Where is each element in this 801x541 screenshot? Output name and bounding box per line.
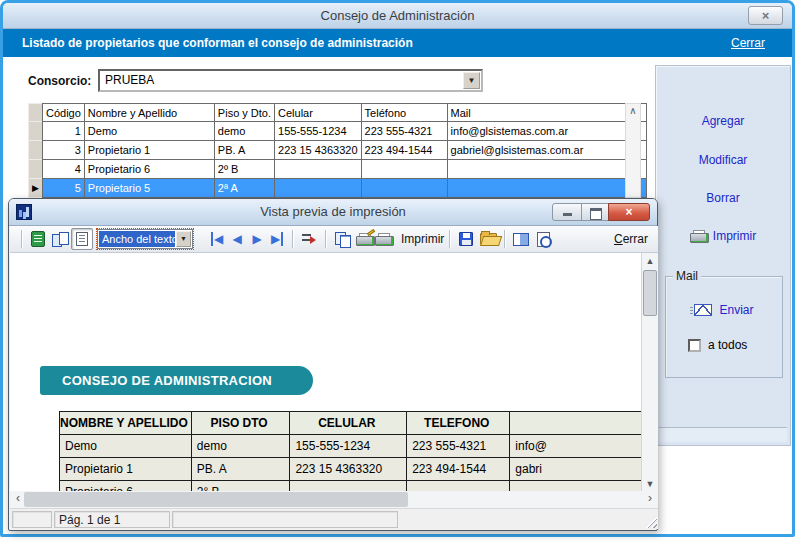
printer-icon (375, 233, 392, 246)
modificar-button[interactable]: Modificar (656, 153, 790, 167)
consorcio-dropdown-button[interactable]: ▼ (463, 72, 480, 89)
borrar-button[interactable]: Borrar (656, 191, 790, 205)
next-page-button[interactable]: ▶ (247, 232, 267, 246)
col-piso[interactable]: Piso y Dto. (214, 104, 274, 122)
save-icon (459, 232, 473, 246)
report-row: Demo demo 155-555-1234 223 555-4321 info… (60, 435, 658, 458)
close-icon: × (762, 8, 770, 23)
copy-button[interactable] (331, 228, 353, 250)
a-todos-checkbox[interactable] (688, 339, 701, 352)
preview-toolbar: Ancho del texto ▼ ◀ ◀ ▶ ▶ Imprimir Cerra… (10, 226, 658, 253)
scroll-up-icon[interactable]: ∧ (626, 104, 640, 119)
open-button[interactable] (477, 228, 499, 250)
imprimir-button[interactable]: Imprimir (375, 232, 444, 246)
cerrar-link[interactable]: Cerrar (731, 36, 765, 50)
print-setup-button[interactable] (353, 228, 375, 250)
prev-page-button[interactable]: ◀ (227, 232, 247, 246)
open-folder-icon (480, 233, 497, 246)
col-nombre[interactable]: Nombre y Apellido (84, 104, 214, 122)
toolbar-separator (449, 230, 450, 248)
header-title: Listado de propietarios que conforman el… (22, 36, 413, 50)
chevron-down-icon: ▼ (468, 76, 476, 85)
vertical-scroll-thumb[interactable] (643, 270, 657, 316)
row-selector-header[interactable] (29, 104, 43, 122)
chevron-down-icon: ▼ (176, 231, 191, 247)
text-width-icon (76, 232, 88, 246)
scroll-up-icon[interactable]: ▲ (642, 253, 658, 269)
page-indicator: Pág. 1 de 1 (54, 511, 170, 528)
zoom-value: Ancho del texto (99, 231, 175, 247)
main-window-title: Consejo de Administración (321, 8, 475, 23)
preview-vertical-scrollbar[interactable]: ▲ ▼ (641, 253, 658, 492)
magnifier-page-icon (537, 232, 550, 247)
panel-bottom-strip (659, 427, 787, 442)
close-button[interactable]: × (748, 6, 783, 25)
whole-page-icon (31, 231, 45, 247)
minimize-button[interactable] (552, 203, 582, 221)
a-todos-label[interactable]: a todos (708, 338, 747, 352)
print-setup-icon (356, 233, 373, 246)
layout-button[interactable] (510, 228, 532, 250)
report-banner: CONSEJO DE ADMINISTRACION (40, 366, 313, 395)
imprimir-button[interactable]: Imprimir (656, 229, 790, 243)
col-telefono[interactable]: Teléfono (361, 104, 447, 122)
resize-grip[interactable] (644, 515, 657, 528)
save-button[interactable] (455, 228, 477, 250)
last-page-button[interactable]: ▶ (267, 232, 287, 246)
preview-horizontal-scrollbar[interactable]: ‹ › (10, 491, 658, 508)
table-row[interactable]: 4 Propietario 6 2º B (29, 160, 647, 179)
preview-zoom-button[interactable] (532, 228, 554, 250)
table-scrollbar[interactable]: ∧ (625, 103, 641, 198)
horizontal-scroll-thumb[interactable] (24, 492, 408, 507)
main-titlebar[interactable]: Consejo de Administración × (3, 3, 792, 29)
mail-group-label: Mail (673, 269, 701, 283)
next-page-icon: ▶ (252, 232, 261, 246)
scroll-right-icon[interactable]: › (642, 491, 658, 508)
table-row-selected[interactable]: ▶ 5 Propietario 5 2ª A (29, 179, 647, 198)
table-header-row: Código Nombre y Apellido Piso y Dto. Cel… (29, 104, 647, 122)
report-header-row: NOMBRE Y APELLIDO PISO DTO CELULAR TELEF… (60, 412, 658, 435)
report-table: NOMBRE Y APELLIDO PISO DTO CELULAR TELEF… (59, 411, 658, 492)
zoom-select[interactable]: Ancho del texto ▼ (97, 229, 193, 249)
enviar-button[interactable]: Enviar (666, 303, 782, 317)
owners-table: Código Nombre y Apellido Piso y Dto. Cel… (28, 103, 647, 198)
layout-icon (513, 233, 529, 246)
header-bar: Listado de propietarios que conforman el… (3, 29, 792, 57)
status-cell (172, 511, 398, 528)
a-todos-option[interactable]: a todos (688, 338, 747, 352)
preview-statusbar: Pág. 1 de 1 (10, 508, 658, 529)
toolbar-separator (21, 230, 22, 248)
copy-icon (335, 232, 350, 247)
status-cell (12, 511, 52, 528)
whole-page-button[interactable] (27, 228, 49, 250)
actions-panel: Agregar Modificar Borrar Imprimir Mail E… (655, 65, 791, 446)
col-mail[interactable]: Mail (447, 104, 646, 122)
printer-icon (690, 230, 707, 243)
prev-page-icon: ◀ (232, 232, 241, 246)
mail-group: Mail Enviar a todos (665, 276, 783, 378)
table-row[interactable]: 1 Demo demo 155-555-1234 223 555-4321 in… (29, 122, 647, 141)
consorcio-select[interactable]: PRUEBA ▼ (98, 69, 483, 92)
goto-page-button[interactable] (298, 228, 320, 250)
first-page-button[interactable]: ◀ (207, 232, 227, 246)
preview-titlebar[interactable]: Vista previa de impresión × (9, 199, 657, 226)
toolbar-separator (504, 230, 505, 248)
cerrar-button[interactable]: Cerrar (614, 232, 648, 246)
close-button[interactable]: × (608, 203, 650, 221)
text-width-button[interactable] (71, 228, 93, 250)
consorcio-value: PRUEBA (105, 73, 154, 87)
last-page-icon: ▶ (271, 232, 283, 246)
consorcio-label: Consorcio: (28, 74, 91, 88)
close-icon: × (625, 205, 632, 219)
two-pages-button[interactable] (49, 228, 71, 250)
scroll-down-icon[interactable]: ▼ (642, 476, 658, 492)
col-codigo[interactable]: Código (43, 104, 85, 122)
toolbar-separator (325, 230, 326, 248)
row-pointer-icon: ▶ (32, 183, 39, 193)
toolbar-separator (292, 230, 293, 248)
col-celular[interactable]: Celular (275, 104, 362, 122)
envelope-icon (694, 304, 712, 316)
maximize-button[interactable] (581, 203, 609, 221)
table-row[interactable]: 3 Propietario 1 PB. A 223 15 4363320 223… (29, 141, 647, 160)
agregar-button[interactable]: Agregar (656, 114, 790, 128)
